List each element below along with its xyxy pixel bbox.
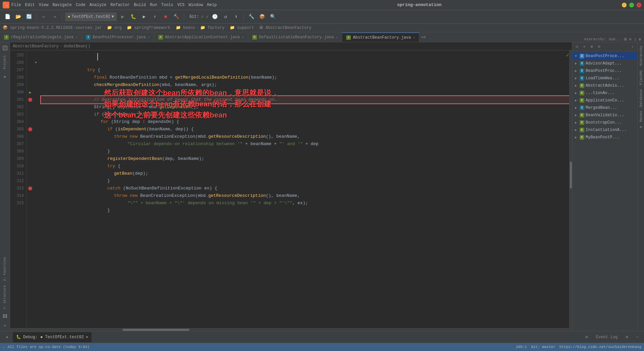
hierarchy-item-6[interactable]: ▶ C ApplicationCo... (572, 97, 637, 104)
far-right-plantuml[interactable]: PlanUML (639, 68, 643, 87)
sidebar-structure-label[interactable]: 7: Structure (3, 284, 7, 311)
run-button[interactable]: ▶ (118, 12, 127, 21)
run-config-selector[interactable]: ● TestOfExt.test02 ▼ (65, 12, 117, 21)
close-button[interactable]: ✕ (637, 3, 641, 7)
sidebar-project-label[interactable]: Project (3, 54, 7, 71)
hierarchy-item-7[interactable]: ▶ I MergedBean... (572, 104, 637, 112)
fold-296[interactable]: ▼ (34, 59, 38, 67)
push-button[interactable]: ⬆ (231, 12, 241, 21)
hscroll-thumb[interactable] (122, 329, 190, 331)
status-git[interactable]: Git: master (531, 345, 555, 349)
hierarchy-item-2[interactable]: ▶ I BeanPostProc... (572, 67, 637, 75)
panel-close[interactable]: ✕ (629, 36, 632, 42)
menu-code[interactable]: Code (76, 3, 86, 7)
tab-close-3[interactable]: ✕ (242, 35, 244, 39)
menu-tools[interactable]: Tools (161, 3, 173, 7)
tab-rRegistrationDelegate[interactable]: J rRegistrationDelegate.java ✕ (0, 33, 82, 42)
window-controls[interactable]: — □ ✕ (622, 3, 641, 7)
minimize-button[interactable]: — (622, 3, 627, 7)
code-line-305[interactable]: throw new BeanCreationException(mbd.getR… (41, 126, 572, 133)
tab-AbstractApplicationContext[interactable]: A AbstractApplicationContext.java ✕ (154, 33, 248, 42)
sync-button[interactable]: 🔄 (24, 12, 34, 21)
far-right-m[interactable]: m (639, 124, 643, 130)
menu-window[interactable]: Window (189, 3, 203, 7)
tab-close-2[interactable]: ✕ (148, 35, 150, 39)
run-coverage-button[interactable]: ▶ (140, 12, 149, 21)
code-line-300[interactable]: // Guarantee initialization of beans tha… (41, 89, 572, 96)
hierarchy-expand-button[interactable]: ⊞ (588, 43, 595, 50)
menu-file[interactable]: File (11, 3, 21, 7)
forward-button[interactable]: → (50, 12, 59, 21)
horizontal-scrollbar[interactable] (10, 328, 572, 331)
sub-breadcrumb-method[interactable]: doGetBean() (64, 44, 90, 49)
sidebar-fav-icon[interactable]: ★ (1, 72, 9, 81)
tab-AbstractBeanFactory[interactable]: A AbstractBeanFactory.java ✕ (342, 33, 419, 42)
code-line-299[interactable] (41, 81, 572, 89)
sidebar-structure-icon[interactable] (1, 312, 9, 321)
sdk-button[interactable]: 📦 (257, 12, 267, 21)
new-file-button[interactable]: 📄 (3, 12, 12, 21)
stop-button[interactable]: ■ (161, 12, 170, 21)
hierarchy-item-1[interactable]: ▶ I AdvisorAdapt... (572, 60, 637, 67)
code-line-298[interactable]: checkMergedBeanDefinition(mbd, beanName,… (41, 74, 572, 81)
code-line-311[interactable]: } (41, 170, 572, 177)
vcs-history-button[interactable]: 🕐 (210, 12, 219, 21)
tab-overflow[interactable]: ≡4 (419, 33, 428, 42)
hierarchy-item-8[interactable]: ▶ C BeanValidatio... (572, 112, 637, 119)
event-log-minimize[interactable]: — (634, 334, 641, 340)
event-log-settings-2[interactable]: ⚙ (623, 334, 631, 340)
hierarchy-sort-button[interactable]: ↕ (629, 43, 636, 50)
tab-close-1[interactable]: ✕ (75, 35, 77, 39)
breadcrumb-beans[interactable]: 📁 beans (176, 25, 195, 30)
menu-view[interactable]: View (39, 3, 49, 7)
breadcrumb-factory[interactable]: 📁 factory (200, 25, 225, 30)
menu-edit[interactable]: Edit (25, 3, 35, 7)
maximize-button[interactable]: □ (629, 3, 634, 7)
code-line-301[interactable]: String[] dependsOn = mbd.getDependsOn(); (41, 96, 572, 103)
event-log-settings[interactable]: ⚙ (583, 334, 591, 340)
code-line-302[interactable]: if (dependsOn != null) { (41, 103, 572, 111)
settings-gear[interactable]: ⚙ (624, 36, 627, 42)
hierarchy-item-4[interactable]: ▶ C AbstractAdvis... (572, 82, 637, 89)
hierarchy-refresh-button[interactable]: ↺ (574, 43, 580, 50)
gutter-313[interactable] (28, 185, 33, 192)
sub-breadcrumb-class[interactable]: AbstractBeanFactory (13, 44, 59, 49)
menu-bar[interactable]: File Edit View Navigate Code Analyze Ref… (11, 3, 217, 7)
hierarchy-item-10[interactable]: ▶ C InstantiationA... (572, 126, 637, 134)
code-line-295[interactable] (41, 52, 572, 59)
bottom-sidebar-icon[interactable]: ▲ (3, 333, 11, 342)
breadcrumb-support[interactable]: 📁 support (230, 25, 254, 30)
revert-button[interactable]: ↺ (221, 12, 230, 21)
tab-DefaultListableBeanFactory[interactable]: D DefaultListableBeanFactory.java ✕ (248, 33, 342, 42)
code-line-307[interactable]: } (41, 140, 572, 148)
hierarchy-item-9[interactable]: ▶ C BootstrapCon... (572, 119, 637, 126)
code-line-310[interactable]: getBean(dep); (41, 163, 572, 170)
menu-navigate[interactable]: Navigate (52, 3, 72, 7)
sidebar-project-icon[interactable] (1, 44, 9, 52)
hierarchy-label[interactable]: Hierarchy: Sub... (584, 37, 622, 41)
code-line-315[interactable]: } (41, 200, 572, 207)
panel-minimize[interactable]: ↕ (634, 37, 636, 42)
vertical-scrollbar[interactable] (569, 50, 572, 328)
far-right-database[interactable]: Database (639, 87, 643, 109)
menu-help[interactable]: Help (207, 3, 217, 7)
build-button[interactable]: 🔨 (172, 12, 181, 21)
status-position[interactable]: 295:1 (516, 345, 527, 349)
sidebar-favorites-label[interactable]: 2: Favorites (3, 256, 7, 282)
gutter-301[interactable] (28, 96, 33, 103)
code-line-308[interactable]: registerDependentBean(dep, beanName); (41, 148, 572, 155)
menu-analyze[interactable]: Analyze (90, 3, 106, 7)
breadcrumb-springframework[interactable]: 📁 springframework (127, 25, 170, 30)
back-button[interactable]: ← (39, 12, 49, 21)
settings-button[interactable]: 🔧 (247, 12, 256, 21)
debug-button[interactable]: 🐛 (129, 12, 138, 21)
code-line-297[interactable]: final RootBeanDefinition mbd = getMerged… (41, 67, 572, 74)
breadcrumb-jar[interactable]: 📦 spring-beans-5.2.2.RELEASE-sources.jar (3, 25, 102, 30)
debug-tab[interactable]: 🐛 Debug: ● TestOfExt.test02 ✕ (13, 332, 92, 342)
code-line-296[interactable]: try { (41, 59, 572, 67)
tab-close-4[interactable]: ✕ (336, 35, 338, 39)
far-right-maven[interactable]: Maven (639, 109, 643, 124)
panel-expand[interactable]: ⇟ (639, 36, 641, 42)
breadcrumb-org[interactable]: 📁 org (107, 25, 122, 30)
hierarchy-item-5[interactable]: ▶ C ...tionAv... (572, 89, 637, 97)
